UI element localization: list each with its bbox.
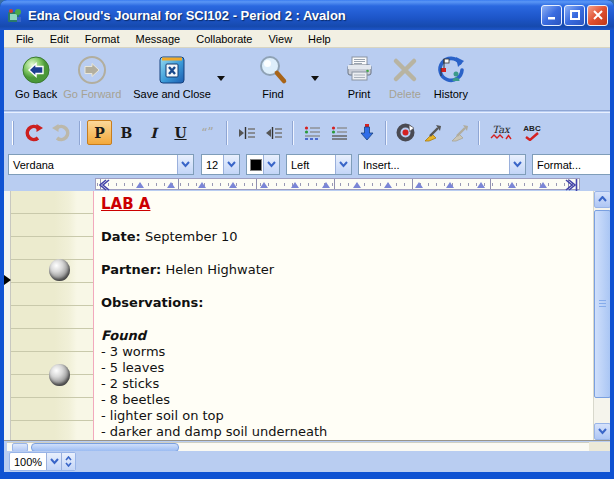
notebook-margin [11, 191, 93, 440]
route-button[interactable] [393, 120, 418, 145]
tab-stop[interactable] [415, 182, 423, 188]
horizontal-scrollbar[interactable] [7, 442, 589, 451]
close-button[interactable] [587, 5, 608, 26]
font-size-value: 12 [202, 159, 223, 171]
delete-button[interactable]: Delete [382, 52, 428, 101]
tab-stop[interactable] [384, 182, 392, 188]
menu-message[interactable]: Message [128, 32, 189, 46]
insert-select[interactable]: Insert... [358, 154, 526, 175]
journal-editor[interactable]: LAB A Date: September 10 Partner: Helen … [94, 191, 593, 440]
titlebar[interactable]: Edna Cloud's Journal for SCI102 - Period… [0, 0, 614, 30]
font-size-select[interactable]: 12 [201, 154, 240, 175]
paragraph-style-button[interactable]: P [87, 120, 112, 145]
redo-button[interactable] [48, 120, 73, 145]
decrease-indent-button[interactable] [261, 120, 286, 145]
tab-stop[interactable] [198, 182, 206, 188]
maximize-button[interactable] [564, 5, 585, 26]
tab-stop[interactable] [508, 182, 516, 188]
go-back-button[interactable]: Go Back [12, 52, 60, 101]
history-icon [436, 55, 466, 85]
save-and-close-label: Save and Close [133, 88, 211, 100]
italic-button[interactable]: I [141, 120, 166, 145]
separator [292, 121, 294, 145]
tab-stop[interactable] [260, 182, 268, 188]
tab-stop[interactable] [477, 182, 485, 188]
tab-stop[interactable] [229, 182, 237, 188]
align-select[interactable]: Left [286, 154, 352, 175]
date-line: Date: September 10 [101, 229, 585, 244]
list-style-button[interactable] [300, 120, 325, 145]
zoom-dropdown-button[interactable] [46, 453, 61, 470]
approve-button[interactable] [420, 120, 445, 145]
spellcheck-button[interactable]: ABC [518, 120, 546, 145]
menu-format[interactable]: Format [77, 32, 128, 46]
tab-stop[interactable] [539, 182, 547, 188]
zoom-stepper[interactable] [61, 453, 75, 470]
left-margin-marker[interactable] [97, 179, 110, 191]
format-select[interactable]: Format... [532, 154, 610, 175]
scroll-down-button[interactable] [594, 423, 610, 440]
menu-file[interactable]: File [8, 32, 42, 46]
increase-indent-button[interactable] [234, 120, 259, 145]
redo-icon [51, 123, 71, 143]
undo-button[interactable] [21, 120, 46, 145]
go-forward-icon [77, 55, 107, 85]
menu-view[interactable]: View [260, 32, 300, 46]
tab-stop[interactable] [446, 182, 454, 188]
insert-below-icon [359, 124, 375, 142]
format-value: Format... [533, 159, 610, 171]
vertical-scroll-thumb[interactable] [594, 210, 610, 398]
find-icon [257, 54, 289, 86]
tab-stop[interactable] [353, 182, 361, 188]
date-label: Date: [101, 229, 141, 244]
toolbar-grip[interactable] [12, 121, 14, 145]
chevron-down-icon[interactable] [223, 155, 239, 174]
menu-collaborate[interactable]: Collaborate [188, 32, 260, 46]
selection-gutter[interactable] [4, 191, 11, 440]
dropdown-caret-icon [311, 76, 319, 81]
tab-stop[interactable] [291, 182, 299, 188]
maximize-icon [570, 10, 580, 20]
menu-edit[interactable]: Edit [42, 32, 77, 46]
print-button[interactable]: Print [336, 52, 382, 101]
align-value: Left [287, 159, 335, 171]
chevron-down-icon[interactable] [263, 155, 279, 174]
ruler-row [4, 178, 610, 191]
save-and-close-dropdown[interactable] [214, 58, 228, 98]
scrollbar-corner [589, 442, 610, 451]
underline-button[interactable]: U [168, 120, 193, 145]
menu-help[interactable]: Help [300, 32, 339, 46]
minimize-button[interactable] [541, 5, 562, 26]
line-marker-icon [4, 275, 11, 285]
tab-stop[interactable] [322, 182, 330, 188]
go-forward-button[interactable]: Go Forward [60, 52, 124, 101]
scroll-up-button[interactable] [594, 191, 610, 208]
tab-stop[interactable] [167, 182, 175, 188]
right-margin-marker[interactable] [565, 179, 578, 191]
find-button[interactable]: Find [250, 52, 296, 101]
list-plain-button[interactable] [327, 120, 352, 145]
app-icon [6, 7, 23, 24]
insert-below-button[interactable] [354, 120, 379, 145]
spell-as-you-type-button[interactable]: Tax [486, 120, 516, 145]
chevron-down-icon[interactable] [177, 155, 193, 174]
find-dropdown[interactable] [308, 58, 322, 98]
save-and-close-button[interactable]: Save and Close [130, 52, 214, 101]
zoom-control[interactable]: 100% [9, 452, 76, 471]
chevron-down-icon[interactable] [335, 155, 351, 174]
content-area: LAB A Date: September 10 Partner: Helen … [4, 191, 610, 441]
font-color-select[interactable] [246, 154, 280, 175]
bold-button[interactable]: B [114, 120, 139, 145]
font-family-select[interactable]: Verdana [8, 154, 194, 175]
status-bar: 100% [4, 451, 610, 472]
approve-disabled-button[interactable] [447, 120, 472, 145]
ruler[interactable] [95, 178, 580, 190]
quote-button[interactable]: “” [195, 120, 220, 145]
chevron-down-icon[interactable] [509, 155, 525, 174]
approve-dart-disabled-icon [451, 124, 469, 142]
vertical-scrollbar[interactable] [593, 191, 610, 440]
history-button[interactable]: History [428, 52, 474, 101]
tab-stop[interactable] [136, 182, 144, 188]
format-toolbar: P B I U “” [4, 112, 610, 152]
found-item: - darker and damp soil underneath [101, 424, 585, 440]
